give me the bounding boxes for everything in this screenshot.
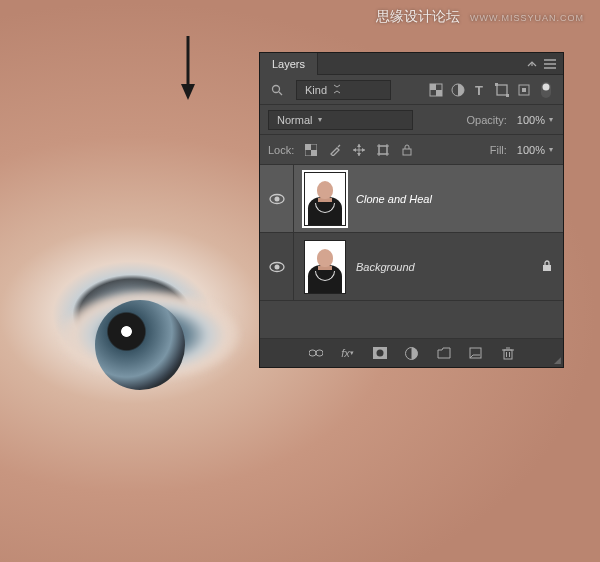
filter-row: Kind T: [260, 75, 563, 105]
svg-marker-1: [181, 84, 195, 100]
filter-smart-icon[interactable]: [515, 81, 533, 99]
svg-rect-39: [543, 265, 551, 271]
filter-adjustment-icon[interactable]: [449, 81, 467, 99]
watermark-url: WWW.MISSYUAN.COM: [470, 13, 584, 23]
blend-row: Normal ▾ Opacity: 100% ▾: [260, 105, 563, 135]
layers-tab-label: Layers: [272, 58, 305, 70]
svg-rect-41: [316, 350, 323, 356]
add-mask-icon[interactable]: [372, 345, 388, 361]
watermark: 思缘设计论坛 WWW.MISSYUAN.COM: [376, 8, 584, 26]
layers-tab[interactable]: Layers: [260, 53, 318, 75]
filter-search-icon[interactable]: [268, 81, 286, 99]
fill-label: Fill:: [490, 144, 507, 156]
svg-rect-21: [305, 144, 311, 150]
svg-point-36: [274, 196, 279, 201]
layer-style-icon[interactable]: fx▾: [340, 345, 356, 361]
lock-transparency-icon[interactable]: [302, 141, 320, 159]
svg-marker-26: [357, 153, 361, 156]
svg-rect-29: [379, 146, 387, 154]
watermark-text: 思缘设计论坛: [376, 8, 460, 24]
link-layers-icon[interactable]: [308, 345, 324, 361]
blend-mode-value: Normal: [277, 114, 312, 126]
layer-row[interactable]: Background: [260, 233, 563, 301]
filter-toggle-icon[interactable]: [537, 81, 555, 99]
panel-footer: fx▾: [260, 339, 563, 367]
svg-rect-40: [309, 350, 316, 356]
svg-point-19: [543, 83, 550, 90]
lock-position-icon[interactable]: [350, 141, 368, 159]
svg-marker-28: [362, 148, 365, 152]
chevron-down-icon: ▾: [549, 115, 553, 124]
svg-text:T: T: [475, 83, 483, 97]
lock-all-icon[interactable]: [398, 141, 416, 159]
filter-type-dropdown[interactable]: Kind: [296, 80, 391, 100]
canvas-iris: [95, 300, 185, 390]
svg-marker-25: [357, 144, 361, 147]
new-adjustment-icon[interactable]: [404, 345, 420, 361]
lock-pixels-icon[interactable]: [326, 141, 344, 159]
svg-marker-27: [353, 148, 356, 152]
layer-list-empty: [260, 301, 563, 339]
svg-rect-10: [436, 90, 442, 96]
svg-rect-34: [403, 149, 411, 155]
eye-icon: [269, 261, 285, 273]
svg-point-43: [376, 350, 383, 357]
lock-artboard-icon[interactable]: [374, 141, 392, 159]
fill-input[interactable]: 100% ▾: [515, 144, 555, 156]
layer-name: Clone and Heal: [356, 193, 553, 205]
filter-type-icon[interactable]: T: [471, 81, 489, 99]
new-group-icon[interactable]: [436, 345, 452, 361]
layer-list: Clone and Heal Background: [260, 165, 563, 339]
svg-rect-15: [506, 94, 509, 97]
resize-handle[interactable]: ◢: [554, 355, 561, 365]
filter-shape-icon[interactable]: [493, 81, 511, 99]
tutorial-arrow: [178, 34, 198, 102]
chevron-down-icon: ▾: [549, 145, 553, 154]
layer-thumbnail[interactable]: [304, 240, 346, 294]
collapse-icon[interactable]: [525, 57, 539, 71]
opacity-input[interactable]: 100% ▾: [515, 114, 555, 126]
lock-icon: [541, 260, 553, 274]
chevron-down-icon: [333, 84, 341, 96]
svg-rect-13: [497, 85, 507, 95]
svg-line-7: [279, 92, 282, 95]
layer-name: Background: [356, 261, 541, 273]
fill-value: 100%: [517, 144, 545, 156]
new-layer-icon[interactable]: [468, 345, 484, 361]
chevron-down-icon: ▾: [318, 115, 322, 124]
opacity-label: Opacity:: [467, 114, 507, 126]
visibility-toggle[interactable]: [260, 165, 294, 232]
lock-row: Lock: Fill: 100% ▾: [260, 135, 563, 165]
svg-rect-9: [430, 84, 436, 90]
filter-type-value: Kind: [305, 84, 327, 96]
svg-rect-22: [311, 150, 317, 156]
svg-point-38: [274, 264, 279, 269]
opacity-value: 100%: [517, 114, 545, 126]
svg-point-6: [273, 85, 280, 92]
panel-header: Layers: [260, 53, 563, 75]
layers-panel: Layers Kind T: [259, 52, 564, 368]
filter-pixel-icon[interactable]: [427, 81, 445, 99]
svg-rect-46: [504, 350, 512, 359]
lock-label: Lock:: [268, 144, 294, 156]
layer-thumbnail[interactable]: [304, 172, 346, 226]
layer-row[interactable]: Clone and Heal: [260, 165, 563, 233]
svg-rect-14: [495, 83, 498, 86]
delete-layer-icon[interactable]: [500, 345, 516, 361]
eye-icon: [269, 193, 285, 205]
panel-menu-icon[interactable]: [543, 57, 557, 71]
visibility-toggle[interactable]: [260, 233, 294, 300]
blend-mode-dropdown[interactable]: Normal ▾: [268, 110, 413, 130]
svg-rect-17: [522, 88, 526, 92]
